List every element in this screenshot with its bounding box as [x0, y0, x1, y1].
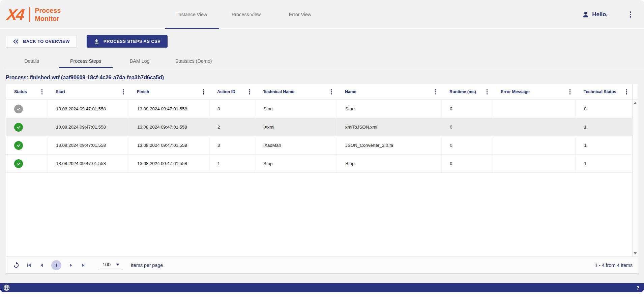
previous-page-icon: [40, 263, 44, 267]
download-icon: [94, 38, 99, 44]
tab-bam-log[interactable]: BAM Log: [113, 54, 167, 68]
cell-finish: 13.08.2024 09:47:01,558: [129, 100, 209, 118]
scroll-down-icon[interactable]: [634, 252, 637, 254]
toolbar: BACK TO OVERVIEW PROCESS STEPS AS CSV: [6, 35, 644, 48]
cell-start: 13.08.2024 09:47:01,558: [48, 136, 129, 154]
column-label-start: Start: [56, 89, 65, 94]
column-label-name: Name: [345, 89, 356, 94]
column-menu-icon[interactable]: [625, 88, 628, 96]
vertical-scrollbar[interactable]: [632, 100, 638, 256]
header-scrollbar-spacer: [632, 84, 638, 100]
column-header-status: Status: [6, 84, 48, 100]
column-header-technical-name: Technical Name: [255, 84, 337, 100]
grid-body: 13.08.2024 09:47:01,55813.08.2024 09:47:…: [6, 100, 638, 256]
first-page-button[interactable]: [24, 261, 34, 270]
cell-runtime: 0: [441, 155, 493, 172]
next-page-button[interactable]: [66, 261, 76, 270]
cell-runtime: 0: [441, 118, 493, 136]
cell-technical-status: 1: [576, 155, 632, 172]
scroll-up-icon[interactable]: [634, 102, 637, 104]
status-success-icon: [14, 141, 23, 150]
column-header-runtime-ms: Runtime (ms): [441, 84, 493, 100]
cell-name: Stop: [337, 155, 441, 172]
status-neutral-check-icon: [14, 105, 23, 113]
kebab-menu-icon[interactable]: [628, 10, 633, 19]
cell-technical-name: Stop: [255, 155, 337, 172]
status-success-icon: [14, 123, 23, 132]
column-menu-icon[interactable]: [434, 88, 438, 96]
items-per-page-select[interactable]: 100: [98, 260, 123, 270]
tab-statistics-demo[interactable]: Statistics (Demo): [167, 54, 221, 68]
cell-technical-status: 1: [576, 136, 632, 154]
current-page-button[interactable]: 1: [51, 260, 61, 270]
cell-error-message: [493, 100, 576, 118]
cell-action-id: 2: [209, 118, 255, 136]
column-menu-icon[interactable]: [330, 88, 333, 96]
refresh-button[interactable]: [11, 261, 21, 270]
items-per-page-label: Items per page: [131, 263, 163, 268]
table-row[interactable]: 13.08.2024 09:47:01,55813.08.2024 09:47:…: [6, 100, 632, 118]
column-label-technical-name: Technical Name: [263, 89, 294, 94]
pager-range-label: 1 - 4 from 4 Items: [595, 263, 633, 268]
user-greeting[interactable]: Hello,: [582, 11, 608, 18]
process-title: Process: finished.wrf (aaf90609-18cf-4c2…: [6, 75, 644, 81]
cell-technical-name: Start: [255, 100, 337, 118]
cell-technical-status: 0: [576, 100, 632, 118]
app-title: Process Monitor: [35, 6, 61, 23]
footer-bar: ?: [0, 283, 644, 292]
column-menu-icon[interactable]: [40, 88, 44, 96]
column-menu-icon[interactable]: [248, 88, 251, 96]
cell-start: 13.08.2024 09:47:01,558: [48, 118, 129, 136]
first-page-icon: [27, 263, 31, 268]
column-label-runtime-ms: Runtime (ms): [449, 89, 476, 94]
app-window: X4 Process Monitor Instance ViewProcess …: [0, 0, 644, 298]
previous-page-button[interactable]: [37, 261, 47, 270]
cell-status: [6, 118, 48, 136]
brand-logo: X4 Process Monitor: [7, 6, 61, 23]
cell-error-message: [493, 155, 576, 172]
cell-name: Start: [337, 100, 441, 118]
cell-runtime: 0: [441, 100, 493, 118]
column-label-status: Status: [14, 89, 27, 94]
globe-icon: [3, 285, 10, 291]
column-header-action-id: Action ID: [209, 84, 255, 100]
last-page-icon: [81, 263, 86, 268]
cell-finish: 13.08.2024 09:47:01,558: [129, 118, 209, 136]
cell-name: xmlToJSON.xml: [337, 118, 441, 136]
column-menu-icon[interactable]: [486, 88, 489, 96]
table-row[interactable]: 13.08.2024 09:47:01,55813.08.2024 09:47:…: [6, 136, 632, 155]
main-tab-error-view[interactable]: Error View: [273, 0, 327, 29]
table-row[interactable]: 13.08.2024 09:47:01,55813.08.2024 09:47:…: [6, 118, 632, 136]
cell-status: [6, 136, 48, 154]
cell-action-id: 0: [209, 100, 255, 118]
caret-down-icon: [116, 264, 119, 266]
cell-name: JSON_Converter_2.0.fa: [337, 136, 441, 154]
table-row[interactable]: 13.08.2024 09:47:01,55813.08.2024 09:47:…: [6, 155, 632, 173]
cell-start: 13.08.2024 09:47:01,558: [48, 100, 129, 118]
main-tab-instance-view[interactable]: Instance View: [165, 0, 219, 29]
column-header-name: Name: [337, 84, 441, 100]
top-bar: X4 Process Monitor Instance ViewProcess …: [0, 0, 644, 29]
process-steps-as-csv-button[interactable]: PROCESS STEPS AS CSV: [87, 35, 168, 48]
x4-logo: X4: [6, 7, 24, 22]
cell-error-message: [493, 118, 576, 136]
tab-process-steps[interactable]: Process Steps: [59, 54, 113, 68]
user-icon: [582, 11, 589, 18]
cell-runtime: 0: [441, 136, 493, 154]
column-menu-icon[interactable]: [202, 88, 205, 96]
next-page-icon: [69, 263, 73, 267]
cell-technical-status: 1: [576, 118, 632, 136]
main-tab-bar: Instance ViewProcess ViewError View: [165, 0, 327, 29]
tab-details[interactable]: Details: [5, 54, 59, 68]
cell-start: 13.08.2024 09:47:01,558: [48, 155, 129, 172]
help-button[interactable]: ?: [637, 285, 639, 291]
main-tab-process-view[interactable]: Process View: [219, 0, 273, 29]
column-label-technical-status: Technical Status: [584, 89, 616, 94]
back-to-overview-button[interactable]: BACK TO OVERVIEW: [6, 35, 77, 48]
column-menu-icon[interactable]: [568, 88, 572, 96]
grid-pager: 1 100 Items per page 1 - 4: [6, 256, 638, 273]
column-menu-icon[interactable]: [122, 88, 125, 96]
grid-rows: 13.08.2024 09:47:01,55813.08.2024 09:47:…: [6, 100, 632, 173]
last-page-button[interactable]: [79, 261, 88, 270]
language-button[interactable]: [3, 285, 10, 291]
